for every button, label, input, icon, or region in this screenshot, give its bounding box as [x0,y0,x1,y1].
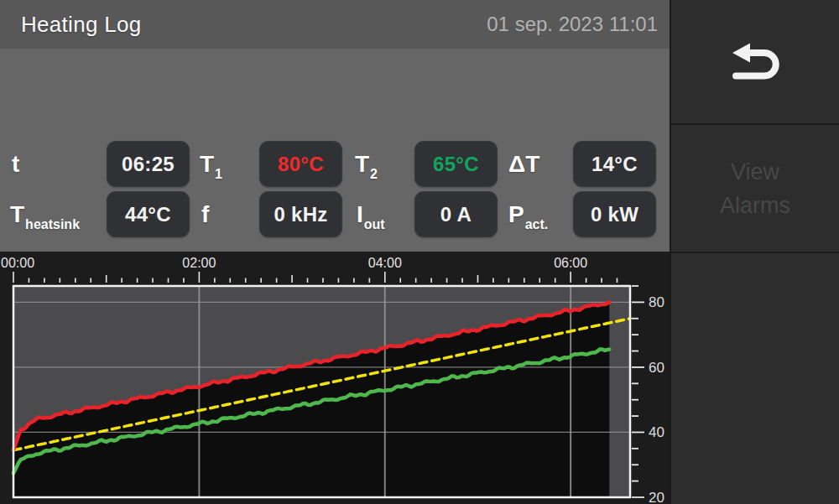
page-title: Heating Log [0,12,142,38]
time-axis-labels: 00:0002:0004:0006:00 [1,256,587,270]
panel-divider [671,252,839,253]
view-alarms-label: View Alarms [720,155,790,222]
title-bar: Heating Log 01 sep. 2023 11:01 [0,0,670,49]
label-p-act: Pact. [508,191,548,237]
main-area: Heating Log 01 sep. 2023 11:01 t 06:25 T… [0,0,670,504]
value-i-out: 0 A [414,191,498,237]
trend-chart-canvas: 00:0002:0004:0006:0020406080 [0,252,670,504]
svg-text:06:00: 06:00 [554,256,587,270]
svg-text:60: 60 [649,360,664,376]
return-arrow-icon [727,40,783,84]
value-t2: 65°C [414,141,498,187]
readings-panel: t 06:25 T1 80°C T2 65°C ΔT 14°C Theatsin… [0,49,670,252]
label-t2: T2 [355,141,378,187]
label-t: t [12,141,20,187]
back-button[interactable] [671,0,839,123]
svg-text:04:00: 04:00 [368,256,402,270]
value-frequency: 0 kHz [259,191,342,237]
svg-text:40: 40 [649,424,664,440]
value-axis-ticks [632,286,644,497]
svg-text:02:00: 02:00 [182,256,216,270]
label-t1: T1 [200,141,222,187]
value-axis-labels: 20406080 [649,294,664,504]
value-elapsed-time: 06:25 [107,141,190,187]
svg-text:00:00: 00:00 [1,256,34,270]
svg-text:80: 80 [649,294,664,310]
value-t-heatsink: 44°C [107,191,190,237]
label-t-heatsink: Theatsink [10,191,80,237]
view-alarms-button[interactable]: View Alarms [671,125,839,252]
time-ruler [13,272,618,283]
label-frequency: f [201,191,210,237]
side-button-panel: View Alarms [671,0,839,504]
value-p-act: 0 kW [573,191,656,237]
value-t1: 80°C [259,141,342,187]
label-delta-t: ΔT [508,141,540,187]
heating-log-screen: Heating Log 01 sep. 2023 11:01 t 06:25 T… [0,0,839,504]
datetime-display: 01 sep. 2023 11:01 [487,13,670,36]
value-delta-t: 14°C [573,141,656,187]
trend-chart: 00:0002:0004:0006:0020406080 [0,252,670,504]
label-i-out: Iout [357,191,385,237]
svg-text:20: 20 [649,490,664,504]
